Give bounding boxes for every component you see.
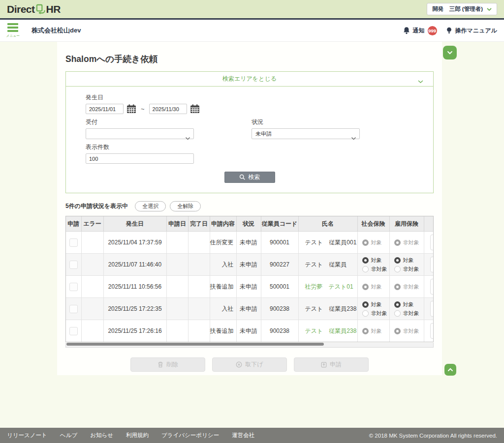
- user-menu-button[interactable]: 開発 三郎 (管理者): [427, 3, 497, 15]
- radio-option: 対象: [362, 283, 389, 291]
- table-cell: 非対象: [389, 276, 424, 298]
- radio-option: 非対象: [394, 239, 424, 246]
- table-cell: 対象: [357, 320, 389, 342]
- footer-link[interactable]: お知らせ: [90, 432, 113, 439]
- radio-icon: [362, 266, 369, 272]
- row-extra-input[interactable]: [430, 279, 434, 295]
- horizontal-scrollbar-track[interactable]: [65, 343, 434, 348]
- scroll-to-top-button[interactable]: [444, 364, 456, 376]
- chevron-down-icon: [447, 51, 453, 55]
- withdraw-button-label: 取下げ: [245, 360, 263, 369]
- employee-name[interactable]: テスト 従業員238: [298, 320, 357, 342]
- radio-option[interactable]: 非対象: [394, 310, 424, 317]
- manual-button[interactable]: 操作マニュアル: [446, 27, 497, 35]
- reception-select[interactable]: [86, 128, 194, 139]
- display-count-label: 表示件数: [86, 143, 413, 151]
- request-table-container: 申請エラー発生日申請日完了日申請内容状況従業員コード氏名社会保険雇用保険 202…: [65, 216, 434, 342]
- table-cell: 住所変更: [210, 232, 236, 254]
- table-cell: [188, 254, 210, 276]
- table-cell: [81, 254, 103, 276]
- radio-icon: [394, 301, 401, 308]
- column-header: 雇用保険: [389, 216, 424, 232]
- footer-link[interactable]: 利用規約: [126, 432, 149, 439]
- footer-link[interactable]: ヘルプ: [60, 432, 77, 439]
- radio-option[interactable]: 非対象: [362, 310, 389, 317]
- footer-link[interactable]: 運営会社: [232, 432, 254, 439]
- row-checkbox[interactable]: [69, 327, 78, 335]
- table-cell: 2025/11/07 11:46:40: [103, 254, 166, 276]
- radio-label: 対象: [371, 301, 382, 308]
- footer-links: リリースノートヘルプお知らせ利用規約プライバシーポリシー運営会社: [7, 432, 254, 439]
- employee-name: テスト 従業員: [298, 254, 357, 276]
- company-name: 株式会社松山dev: [32, 26, 81, 35]
- table-cell: 900238: [261, 298, 298, 320]
- chevron-down-icon: [351, 133, 356, 142]
- hamburger-menu-button[interactable]: メニュー: [2, 23, 24, 38]
- column-header-clipped: [424, 216, 434, 232]
- row-extra-input[interactable]: [430, 323, 434, 339]
- table-cell: [166, 276, 188, 298]
- lightbulb-icon: [446, 27, 452, 34]
- radio-group: 対象非対象: [358, 301, 389, 317]
- search-button-label: 検索: [249, 173, 260, 181]
- table-cell: 対象非対象: [389, 298, 424, 320]
- date-to-input[interactable]: [149, 104, 187, 114]
- display-count-input[interactable]: [86, 153, 194, 164]
- status-select[interactable]: 未申請: [252, 128, 360, 139]
- employee-name: テスト 従業員001: [298, 232, 357, 254]
- table-cell: [188, 276, 210, 298]
- row-checkbox[interactable]: [69, 283, 78, 291]
- row-checkbox[interactable]: [69, 305, 78, 313]
- radio-option[interactable]: 対象: [362, 301, 389, 308]
- table-cell: 2025/11/11 10:56:56: [103, 276, 166, 298]
- table-cell: 対象非対象: [389, 254, 424, 276]
- column-header: 申請内容: [210, 216, 236, 232]
- date-from-input[interactable]: [86, 104, 124, 114]
- radio-label: 非対象: [403, 310, 419, 317]
- withdraw-button[interactable]: 取下げ: [212, 357, 287, 372]
- scroll-down-button[interactable]: [443, 46, 457, 59]
- radio-option[interactable]: 対象: [394, 301, 424, 308]
- radio-option[interactable]: 非対象: [362, 266, 389, 273]
- radio-option[interactable]: 対象: [394, 257, 424, 264]
- table-cell: 対象非対象: [357, 298, 389, 320]
- table-cell: 入社: [210, 254, 236, 276]
- calendar-icon[interactable]: [190, 104, 200, 114]
- horizontal-scrollbar-thumb[interactable]: [66, 343, 324, 346]
- radio-option[interactable]: 対象: [362, 257, 389, 264]
- table-cell: [66, 232, 81, 254]
- manual-label: 操作マニュアル: [455, 27, 497, 35]
- radio-icon: [394, 284, 401, 290]
- table-cell: 扶養追加: [210, 320, 236, 342]
- notification-button[interactable]: 通知 999: [403, 26, 437, 35]
- radio-option[interactable]: 非対象: [394, 266, 424, 273]
- table-cell: [66, 254, 81, 276]
- calendar-icon[interactable]: [126, 104, 136, 114]
- delete-button[interactable]: 削除: [130, 357, 205, 372]
- row-extra-input[interactable]: [430, 301, 434, 317]
- radio-group: 対象: [358, 327, 389, 335]
- column-header: 申請日: [166, 216, 188, 232]
- row-checkbox[interactable]: [69, 238, 78, 247]
- row-checkbox[interactable]: [69, 261, 78, 269]
- table-cell: [424, 276, 434, 298]
- submit-button[interactable]: 申請: [294, 357, 369, 372]
- table-cell: [66, 320, 81, 342]
- select-all-button[interactable]: 全選択: [135, 201, 166, 211]
- search-button[interactable]: 検索: [224, 172, 275, 183]
- table-cell: 未申請: [236, 232, 261, 254]
- employee-name[interactable]: 社労夢 テスト01: [298, 276, 357, 298]
- footer-link[interactable]: プライバシーポリシー: [161, 432, 219, 439]
- reception-label: 受付: [86, 118, 252, 126]
- table-cell: 扶養追加: [210, 276, 236, 298]
- clear-all-button[interactable]: 全解除: [170, 201, 201, 211]
- radio-group: 対象: [358, 239, 389, 246]
- logo-document-arrow-icon: [35, 4, 46, 14]
- table-cell: 対象: [357, 232, 389, 254]
- search-area-toggle[interactable]: 検索エリアをとじる: [66, 72, 433, 86]
- footer-link[interactable]: リリースノート: [7, 432, 47, 439]
- row-extra-input[interactable]: [430, 257, 434, 272]
- table-cell: [81, 320, 103, 342]
- radio-label: 非対象: [403, 266, 419, 273]
- row-extra-input[interactable]: [430, 235, 434, 250]
